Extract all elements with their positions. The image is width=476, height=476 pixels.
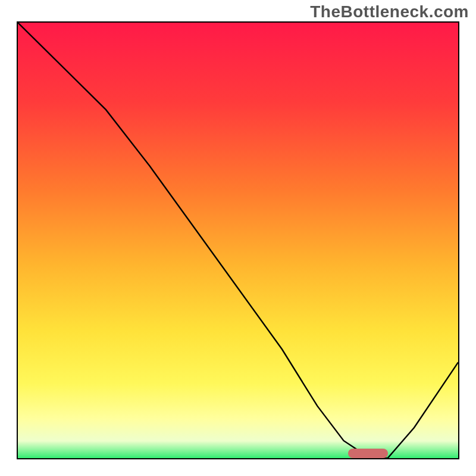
bottleneck-curve (18, 23, 458, 458)
chart-stage: TheBottleneck.com (0, 0, 476, 476)
optimum-range-bar (348, 449, 388, 458)
plot-area (17, 21, 459, 459)
watermark-text: TheBottleneck.com (310, 2, 469, 21)
